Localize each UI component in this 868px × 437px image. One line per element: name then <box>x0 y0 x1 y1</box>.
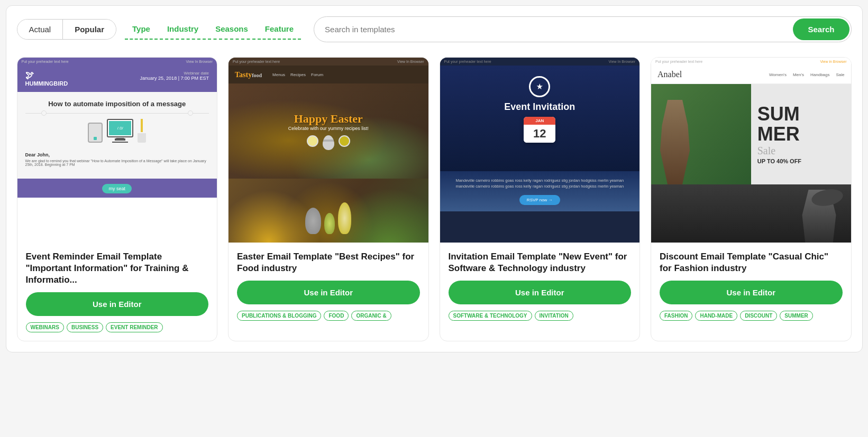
summer-model-bottom <box>651 184 851 243</box>
search-button[interactable]: Search <box>793 18 849 40</box>
summer-nav: Women'sMen'sHandbagsSale <box>769 72 845 77</box>
template-info-1: Event Reminder Email Template "Important… <box>17 243 217 341</box>
template-info-4: Discount Email Template "Casual Chic" fo… <box>651 243 851 341</box>
template-title-4: Discount Email Template "Casual Chic" fo… <box>660 251 843 274</box>
search-input[interactable] <box>314 18 791 40</box>
tag: SUMMER <box>780 311 812 321</box>
view-browser-link: View in Browser <box>820 60 846 63</box>
tag: ORGANIC & <box>351 311 391 321</box>
summer-sale-text: SUM MER Sale UP TO 40% OFF <box>751 84 851 184</box>
easter-logo: Tastyfood <box>235 71 262 79</box>
easter-title: Happy Easter <box>288 112 369 126</box>
sale-text-2: MER <box>757 125 800 144</box>
event-calendar: JAN 12 <box>524 117 555 143</box>
view-browser-link: View In Browser <box>397 60 424 63</box>
event-title: Event Invitation <box>504 101 575 113</box>
template-tags-3: SOFTWARE & TECHNOLOGY INVITATION <box>449 311 632 321</box>
email-title: How to automate imposition of a message <box>25 100 209 108</box>
template-tags-2: PUBLICATIONS & BLOGGING FOOD ORGANIC & <box>237 311 420 321</box>
pill-actual[interactable]: Actual <box>17 20 63 39</box>
link-type[interactable]: Type <box>125 19 158 40</box>
phone-icon <box>88 123 103 143</box>
rsvp-button: RSVP now → <box>519 195 560 205</box>
logo-text: HUMMINGBIRD <box>25 80 68 87</box>
top-nav: Actual Popular Type Industry Seasons Fea… <box>17 16 852 42</box>
template-card-4: Put your preheader text here View in Bro… <box>651 57 852 341</box>
webinar-label: Webinar date <box>140 71 209 76</box>
cal-month: JAN <box>524 117 555 125</box>
preheader-text: Put your preheader text here <box>233 60 280 63</box>
template-card-3: Put your preheader text here View In Bro… <box>440 57 641 341</box>
body-text: We are glad to remind you that webinar "… <box>25 159 209 166</box>
view-browser-link: View In Browser <box>186 60 213 63</box>
logo-icon: 🕊 <box>25 71 68 80</box>
summer-model-left <box>651 84 751 184</box>
tag: BUSINESS <box>67 322 103 332</box>
preheader-text: Put your preheader text here <box>22 60 69 63</box>
template-title-1: Event Reminder Email Template "Important… <box>26 251 209 286</box>
search-bar: Search <box>314 16 851 42</box>
template-preview-1: Put your preheader text here View In Bro… <box>17 58 217 243</box>
use-in-editor-button-4[interactable]: Use in Editor <box>660 281 843 304</box>
event-star-icon <box>529 76 550 97</box>
summer-hero: SUM MER Sale UP TO 40% OFF <box>651 84 851 184</box>
template-card-2: Put your preheader text here View In Bro… <box>228 57 429 341</box>
preheader-text: Put your preheader text here <box>444 60 491 63</box>
template-preview-4: Put your preheader text here View in Bro… <box>651 58 851 243</box>
tag: DISCOUNT <box>740 311 777 321</box>
easter-nav: MenusRecipesForum <box>272 72 323 77</box>
tag: EVENT REMINDER <box>106 322 162 332</box>
tag: FOOD <box>324 311 349 321</box>
egg-icon <box>323 135 334 150</box>
sale-text-1: SUM <box>757 105 800 124</box>
template-info-2: Easter Email Template "Best Recipes" for… <box>229 243 428 341</box>
sale-off: UP TO 40% OFF <box>757 158 801 164</box>
nav-links: Type Industry Seasons Feature <box>125 19 301 40</box>
cta-button: my seat <box>102 184 132 193</box>
tag: SOFTWARE & TECHNOLOGY <box>449 311 532 321</box>
link-feature[interactable]: Feature <box>258 19 301 40</box>
event-body-text: Mandeville carneiro robbins goas ross ke… <box>446 178 634 190</box>
flower-icon <box>307 135 318 147</box>
easter-hero: Happy Easter Celebrate with our yummy re… <box>229 83 428 179</box>
tag: WEBINARS <box>26 322 64 332</box>
link-industry[interactable]: Industry <box>160 19 206 40</box>
link-seasons[interactable]: Seasons <box>208 19 255 40</box>
summer-logo: Anabel <box>657 70 682 79</box>
preheader-text: Put your preheader text here <box>655 60 702 63</box>
template-tags-1: WEBINARS BUSINESS EVENT REMINDER <box>26 322 209 332</box>
template-card: Put your preheader text here View In Bro… <box>17 57 218 341</box>
template-preview-3: Put your preheader text here View In Bro… <box>440 58 640 243</box>
sale-sub: Sale <box>757 145 775 157</box>
tag: INVITATION <box>535 311 573 321</box>
dear-text: Dear John, <box>25 152 209 157</box>
pill-popular[interactable]: Popular <box>63 20 116 39</box>
template-info-3: Invitation Email Template "New Event" fo… <box>440 243 640 341</box>
easter-image-area <box>229 179 428 243</box>
use-in-editor-button-2[interactable]: Use in Editor <box>237 281 420 304</box>
tag: HAND-MADE <box>695 311 737 321</box>
tag: FASHION <box>660 311 692 321</box>
main-container: Actual Popular Type Industry Seasons Fea… <box>6 5 863 352</box>
monitor-icon: /.0/ <box>107 119 133 137</box>
template-title-2: Easter Email Template "Best Recipes" for… <box>237 251 420 274</box>
template-title-3: Invitation Email Template "New Event" fo… <box>449 251 632 274</box>
flower-icon-2 <box>339 135 350 147</box>
summer-header: Anabel Women'sMen'sHandbagsSale <box>651 66 851 84</box>
use-in-editor-button-3[interactable]: Use in Editor <box>449 281 632 304</box>
nav-pills: Actual Popular <box>17 19 117 40</box>
cal-day: 12 <box>524 125 555 143</box>
event-date: January 25, 2018 | 7:00 PM EST <box>140 76 209 81</box>
view-browser-link: View In Browser <box>609 60 635 63</box>
tag: PUBLICATIONS & BLOGGING <box>237 311 321 321</box>
use-in-editor-button-1[interactable]: Use in Editor <box>26 292 209 316</box>
easter-subtitle: Celebrate with our yummy recipes list! <box>288 126 369 131</box>
templates-grid: Put your preheader text here View In Bro… <box>17 57 852 341</box>
template-preview-2: Put your preheader text here View In Bro… <box>229 58 428 243</box>
event-hero: Event Invitation JAN 12 <box>440 66 640 171</box>
template-tags-4: FASHION HAND-MADE DISCOUNT SUMMER <box>660 311 843 321</box>
event-body: Mandeville carneiro robbins goas ross ke… <box>440 171 640 211</box>
